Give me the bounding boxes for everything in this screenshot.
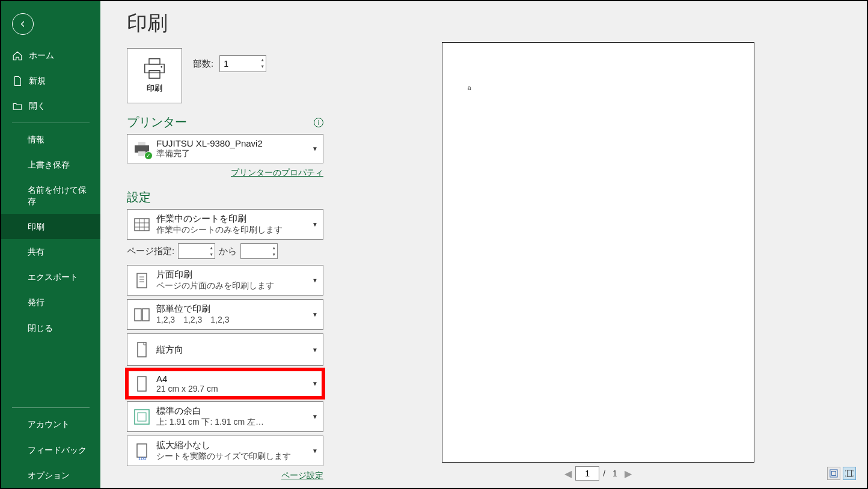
collation-dropdown[interactable]: 部単位で印刷 1,2,3 1,2,3 1,2,3 ▼ [127, 299, 323, 330]
back-button[interactable] [12, 13, 34, 35]
spinner-up-icon[interactable]: ▲ [272, 244, 276, 251]
svg-rect-21 [138, 413, 146, 421]
one-sided-icon [132, 271, 151, 290]
printer-icon [141, 58, 168, 79]
svg-rect-7 [135, 219, 149, 231]
svg-rect-19 [138, 377, 146, 391]
chevron-down-icon: ▼ [312, 448, 318, 454]
open-folder-icon [12, 101, 23, 112]
page-separator: / [599, 469, 609, 478]
sidebar-item-options[interactable]: オプション [1, 463, 100, 488]
scaling-icon: 100 [132, 442, 151, 461]
svg-rect-25 [832, 472, 836, 476]
paper-size-dropdown[interactable]: A4 21 cm x 29.7 cm ▼ [127, 369, 323, 398]
sidebar-item-label: 新規 [29, 76, 46, 87]
printer-properties-link[interactable]: プリンターのプロパティ [231, 168, 323, 177]
sidebar-divider [12, 123, 90, 123]
print-preview-panel: a ◀ / 1 ▶ [338, 1, 867, 488]
printer-section-title: プリンター [127, 114, 187, 130]
backstage-sidebar: ホーム 新規 開く 情報 上書き保存 名前を付けて保存 印刷 共有 エクスポート… [1, 1, 100, 488]
sidebar-divider [12, 407, 90, 408]
sidebar-item-home[interactable]: ホーム [1, 43, 100, 68]
spinner-down-icon[interactable]: ▼ [272, 251, 276, 258]
chevron-down-icon: ▼ [312, 311, 318, 318]
page-title: 印刷 [127, 10, 323, 37]
chevron-down-icon: ▼ [312, 380, 318, 387]
page-range-separator: から [219, 246, 237, 257]
svg-rect-22 [137, 444, 147, 457]
sidebar-item-open[interactable]: 開く [1, 94, 100, 119]
zoom-to-page-button[interactable] [843, 467, 856, 480]
margins-tool-icon [830, 469, 838, 478]
chevron-down-icon: ▼ [312, 145, 318, 152]
sidebar-item-save[interactable]: 上書き保存 [1, 152, 100, 177]
home-icon [12, 50, 23, 61]
info-icon[interactable]: i [314, 118, 323, 127]
svg-rect-26 [848, 470, 852, 477]
sidebar-item-export[interactable]: エクスポート [1, 264, 100, 290]
print-button[interactable]: 印刷 [127, 48, 182, 103]
printer-dropdown[interactable]: FUJITSU XL-9380_Pnavi2 準備完了 ▼ [127, 134, 323, 163]
printer-status: 準備完了 [156, 148, 310, 159]
total-pages: 1 [609, 469, 621, 478]
svg-rect-2 [149, 71, 160, 79]
svg-rect-24 [830, 470, 837, 477]
sidebar-item-publish[interactable]: 発行 [1, 290, 100, 315]
chevron-down-icon: ▼ [312, 221, 318, 228]
paper-icon [132, 374, 151, 393]
sidebar-item-account[interactable]: アカウント [1, 412, 100, 437]
sidebar-item-share[interactable]: 共有 [1, 239, 100, 264]
page-from-spinner[interactable]: ▲▼ [178, 243, 215, 259]
sheets-icon [132, 215, 151, 234]
chevron-down-icon: ▼ [312, 277, 318, 284]
svg-text:100: 100 [138, 456, 147, 461]
copies-input[interactable] [220, 59, 256, 68]
show-margins-button[interactable] [827, 467, 840, 480]
margins-icon [132, 407, 151, 427]
sidebar-item-close[interactable]: 閉じる [1, 315, 100, 341]
current-page-input[interactable] [575, 466, 599, 481]
chevron-down-icon: ▼ [312, 413, 318, 420]
svg-rect-1 [145, 64, 164, 73]
next-page-button[interactable]: ▶ [621, 468, 635, 479]
printer-status-ok-icon [144, 151, 153, 160]
copies-spinner[interactable]: ▲▼ [219, 55, 266, 72]
page-setup-link[interactable]: ページ設定 [281, 470, 323, 480]
selected-printer-icon [132, 139, 151, 159]
chevron-down-icon: ▼ [312, 347, 318, 353]
page-range-label: ページ指定: [127, 246, 174, 257]
collated-icon [132, 305, 151, 324]
sidebar-item-label: 開く [29, 101, 46, 112]
spinner-up-icon[interactable]: ▲ [209, 244, 213, 251]
prev-page-button[interactable]: ◀ [561, 468, 575, 479]
svg-rect-16 [135, 309, 141, 321]
portrait-icon [132, 340, 151, 359]
svg-rect-17 [142, 309, 149, 321]
svg-rect-12 [137, 273, 147, 288]
svg-point-3 [160, 66, 162, 68]
zoom-page-icon [845, 469, 854, 478]
new-file-icon [12, 76, 23, 87]
preview-page: a [442, 42, 754, 463]
svg-rect-5 [138, 142, 145, 145]
orientation-dropdown[interactable]: 縦方向 ▼ [127, 333, 323, 366]
preview-content: a [468, 85, 471, 91]
svg-rect-0 [149, 59, 160, 64]
scaling-dropdown[interactable]: 100 拡大縮小なし シートを実際のサイズで印刷します ▼ [127, 436, 323, 466]
spinner-down-icon[interactable]: ▼ [209, 251, 213, 258]
margins-dropdown[interactable]: 標準の余白 上: 1.91 cm 下: 1.91 cm 左… ▼ [127, 401, 323, 432]
print-what-dropdown[interactable]: 作業中のシートを印刷 作業中のシートのみを印刷します ▼ [127, 209, 323, 240]
back-arrow-icon [18, 19, 28, 29]
sides-dropdown[interactable]: 片面印刷 ページの片面のみを印刷します ▼ [127, 265, 323, 296]
page-to-spinner[interactable]: ▲▼ [240, 243, 278, 259]
print-settings-panel: 印刷 印刷 部数: ▲▼ [100, 1, 338, 488]
sidebar-item-feedback[interactable]: フィードバック [1, 437, 100, 463]
sidebar-item-print[interactable]: 印刷 [1, 214, 100, 239]
sidebar-item-new[interactable]: 新規 [1, 68, 100, 94]
sidebar-item-info[interactable]: 情報 [1, 127, 100, 152]
printer-name: FUJITSU XL-9380_Pnavi2 [156, 138, 310, 148]
sidebar-item-saveas[interactable]: 名前を付けて保存 [1, 177, 100, 213]
spinner-down-icon[interactable]: ▼ [260, 63, 264, 70]
svg-rect-20 [135, 410, 149, 424]
spinner-up-icon[interactable]: ▲ [260, 56, 264, 63]
